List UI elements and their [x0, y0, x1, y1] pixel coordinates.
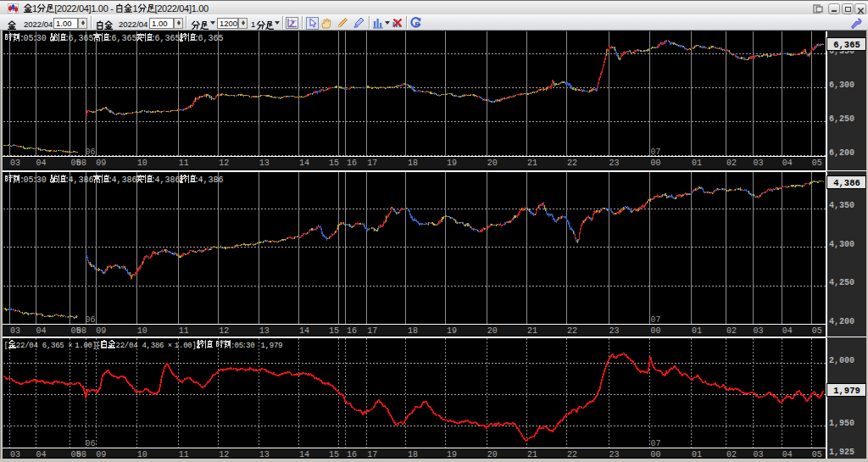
svg-text:17: 17 — [367, 450, 377, 459]
svg-text:09: 09 — [96, 159, 106, 168]
svg-text:6,250: 6,250 — [829, 114, 854, 124]
svg-text:00: 00 — [651, 159, 661, 168]
svg-text:04: 04 — [782, 159, 793, 168]
svg-text:06: 06 — [85, 148, 95, 157]
svg-text:00: 00 — [651, 450, 661, 459]
svg-text:11: 11 — [179, 326, 189, 336]
svg-text:05: 05 — [812, 450, 822, 459]
svg-text:4,386: 4,386 — [833, 178, 860, 188]
svg-text:6,300: 6,300 — [829, 81, 854, 90]
svg-text:19: 19 — [447, 159, 457, 168]
svg-text:11: 11 — [179, 450, 189, 459]
svg-text:17: 17 — [367, 159, 377, 168]
svg-text:4,386: 4,386 — [69, 175, 94, 185]
svg-text:03: 03 — [10, 326, 20, 336]
svg-text:18: 18 — [408, 326, 418, 336]
svg-text:03: 03 — [754, 159, 764, 168]
svg-text:30: 30 — [246, 342, 254, 350]
svg-text:20: 20 — [487, 159, 498, 168]
svg-text:18: 18 — [408, 450, 418, 459]
svg-text:6,365: 6,365 — [155, 34, 181, 43]
svg-text:11: 11 — [179, 159, 189, 168]
svg-text:1,979: 1,979 — [833, 386, 860, 396]
svg-text:16: 16 — [347, 326, 357, 336]
svg-text:03: 03 — [754, 326, 764, 336]
svg-text:1.00]: 1.00] — [175, 342, 197, 350]
svg-text:14: 14 — [299, 159, 309, 168]
svg-text:1,979: 1,979 — [261, 342, 283, 350]
svg-text:1,950: 1,950 — [829, 419, 854, 428]
svg-text:16: 16 — [347, 159, 357, 168]
svg-text:05: 05 — [812, 159, 822, 168]
svg-text:06: 06 — [85, 315, 95, 325]
svg-text:2,000: 2,000 — [829, 356, 854, 365]
svg-text:22/04 4,386: 22/04 4,386 — [116, 342, 164, 350]
svg-text:02: 02 — [726, 159, 737, 168]
svg-text:6,365: 6,365 — [69, 34, 94, 43]
svg-text:00: 00 — [651, 326, 661, 336]
svg-text:01: 01 — [692, 450, 702, 459]
svg-text:15: 15 — [329, 450, 339, 459]
svg-text:×: × — [168, 342, 172, 350]
svg-text:08: 08 — [76, 159, 86, 168]
svg-text:10: 10 — [137, 159, 147, 168]
svg-text:6,365: 6,365 — [112, 34, 137, 43]
svg-text:4,250: 4,250 — [829, 278, 854, 287]
svg-text:13: 13 — [259, 326, 270, 336]
svg-text:13: 13 — [259, 450, 270, 459]
svg-text:09: 09 — [96, 450, 106, 459]
svg-text:4,386: 4,386 — [112, 175, 137, 185]
svg-text:04: 04 — [782, 326, 793, 336]
svg-text:15: 15 — [329, 159, 339, 168]
svg-text:22/04 6,365: 22/04 6,365 — [16, 342, 64, 350]
svg-text:22: 22 — [567, 450, 577, 459]
svg-text:15: 15 — [329, 326, 339, 336]
svg-text:30: 30 — [36, 34, 47, 43]
svg-text:08: 08 — [76, 326, 86, 336]
svg-text:02: 02 — [726, 326, 737, 336]
svg-text:30: 30 — [36, 175, 47, 185]
svg-text:23: 23 — [609, 450, 620, 459]
svg-text:6,365: 6,365 — [198, 34, 224, 43]
svg-text:04: 04 — [36, 450, 46, 459]
svg-text:12: 12 — [219, 159, 229, 168]
svg-text:01: 01 — [692, 326, 702, 336]
svg-text:03: 03 — [10, 450, 20, 459]
svg-text:16: 16 — [347, 450, 357, 459]
svg-text:×: × — [68, 342, 72, 350]
svg-text:14: 14 — [299, 326, 309, 336]
svg-text:07: 07 — [651, 148, 661, 157]
svg-text:04: 04 — [36, 159, 46, 168]
svg-text:4,200: 4,200 — [829, 317, 854, 326]
svg-text:17: 17 — [367, 326, 377, 336]
svg-text:09: 09 — [96, 326, 106, 336]
svg-text:06: 06 — [85, 439, 95, 448]
svg-text:R: R — [415, 20, 420, 28]
svg-text:02: 02 — [726, 450, 737, 459]
svg-text:23: 23 — [609, 159, 620, 168]
svg-text:04: 04 — [36, 326, 46, 336]
svg-text:22: 22 — [567, 326, 577, 336]
svg-text:18: 18 — [408, 159, 418, 168]
svg-text:03: 03 — [10, 159, 20, 168]
svg-text:1,925: 1,925 — [829, 448, 854, 457]
svg-text:20: 20 — [487, 326, 498, 336]
svg-text:23: 23 — [609, 326, 620, 336]
svg-text:[: [ — [4, 342, 8, 350]
svg-text:4,300: 4,300 — [829, 240, 854, 249]
svg-text:20: 20 — [487, 450, 498, 459]
svg-text:[: [ — [96, 342, 100, 350]
svg-text:6,365: 6,365 — [833, 40, 860, 50]
svg-text:4,386: 4,386 — [198, 175, 224, 185]
svg-text:14: 14 — [299, 450, 309, 459]
svg-text:19: 19 — [447, 450, 457, 459]
svg-text:08: 08 — [76, 450, 86, 459]
svg-text:4,386: 4,386 — [155, 175, 181, 185]
svg-text:03: 03 — [754, 450, 764, 459]
svg-text:12: 12 — [219, 450, 229, 459]
svg-text:22: 22 — [567, 159, 577, 168]
svg-text:10: 10 — [137, 450, 147, 459]
svg-text:04: 04 — [782, 450, 793, 459]
svg-text:21: 21 — [527, 159, 537, 168]
svg-text:05: 05 — [812, 326, 822, 336]
